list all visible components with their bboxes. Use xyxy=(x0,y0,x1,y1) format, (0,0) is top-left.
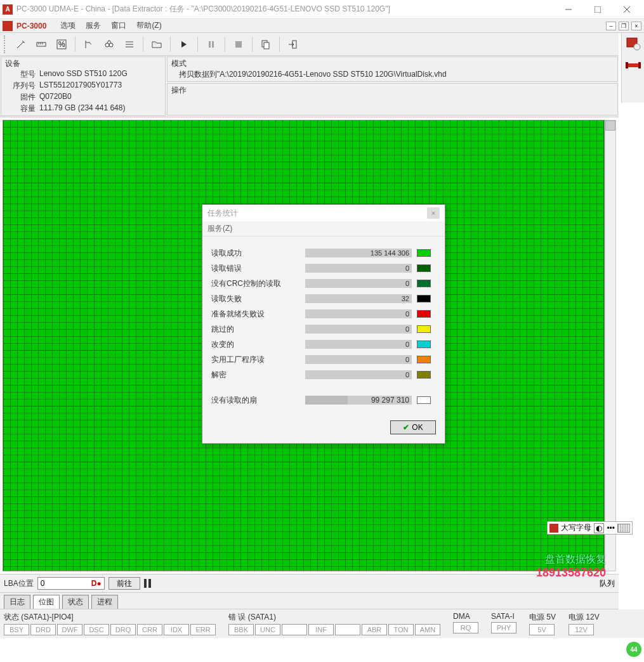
mdi-app-icon xyxy=(3,21,13,31)
svg-rect-15 xyxy=(626,62,628,68)
window-title: PC-3000 UDMA-E - China - [Data Extractor… xyxy=(16,4,554,15)
menu-window[interactable]: 窗口 xyxy=(106,19,131,32)
tabs-row: 日志 位图 状态 进程 xyxy=(0,593,619,609)
status-group: 错 误 (SATA1)BBKUNCINFABRTONAMN xyxy=(228,612,440,635)
ime-text: 大写字母 xyxy=(561,522,591,533)
tool-ruler-icon[interactable] xyxy=(32,36,51,53)
status-cell: ERR xyxy=(190,624,216,635)
menu-bar: PC-3000 选项 服务 窗口 帮助(Z) – ❐ × xyxy=(0,19,644,33)
tool-list-icon[interactable] xyxy=(120,36,139,53)
status-group-title: 电源 12V xyxy=(568,612,600,623)
svg-rect-7 xyxy=(212,41,214,48)
status-cell xyxy=(282,624,307,635)
svg-rect-16 xyxy=(638,62,641,68)
tab-status[interactable]: 状态 xyxy=(62,595,89,609)
stat-swatch xyxy=(417,396,431,404)
status-cell: DWF xyxy=(57,624,82,635)
dialog-title: 任务统计 xyxy=(207,208,238,219)
status-cell: DRD xyxy=(30,624,56,635)
mode-box: 模式 拷贝数据到"A:\2019\20190216-4G51-Lenovo SS… xyxy=(167,56,618,82)
tool-pause-icon[interactable] xyxy=(202,36,221,53)
dialog-menu[interactable]: 服务(Z) xyxy=(202,221,445,237)
window-minimize-button[interactable] xyxy=(554,0,583,19)
tab-log[interactable]: 日志 xyxy=(4,595,30,609)
device-row-label: 容量 xyxy=(11,103,39,114)
dash-icon: ••• xyxy=(607,524,615,533)
status-group-title: 电源 5V xyxy=(529,612,556,623)
menu-services[interactable]: 服务 xyxy=(81,19,106,32)
status-cell: CRR xyxy=(137,624,162,635)
lba-value: 0 xyxy=(41,579,45,588)
scrollbar-thumb[interactable] xyxy=(605,120,615,131)
notification-badge[interactable]: 44 xyxy=(626,642,641,657)
status-group: SATA-IPHY xyxy=(491,612,516,635)
sidebar-connector-icon[interactable] xyxy=(626,58,641,72)
svg-rect-14 xyxy=(627,63,640,67)
keyboard-icon[interactable] xyxy=(617,524,630,533)
stat-bar: 0 xyxy=(305,325,412,334)
stat-label: 没有读取的扇 xyxy=(211,395,300,406)
tool-copy-icon[interactable] xyxy=(256,36,275,53)
status-group: DMARQ xyxy=(453,612,478,635)
stat-row: 解密 0 xyxy=(211,367,436,382)
tool-binoculars-icon[interactable] xyxy=(100,36,119,53)
moon-icon[interactable]: ◐ xyxy=(594,523,604,533)
tool-settings-icon[interactable] xyxy=(11,36,30,53)
svg-text:%: % xyxy=(58,40,65,49)
stat-bar: 32 xyxy=(305,294,412,303)
tool-percent-icon[interactable]: % xyxy=(52,36,71,53)
mdi-close-button[interactable]: × xyxy=(631,22,641,30)
ok-label: OK xyxy=(412,423,423,432)
tab-process[interactable]: 进程 xyxy=(91,595,118,609)
device-row-label: 固件 xyxy=(11,92,39,103)
task-stats-dialog: 任务统计 × 服务(Z) 读取成功 135 144 306 读取错误 0 没有C… xyxy=(202,204,445,444)
mode-line: 拷贝数据到"A:\2019\20190216-4G51-Lenovo SSD S… xyxy=(171,69,614,80)
status-cell: BSY xyxy=(4,624,29,635)
window-titlebar: A PC-3000 UDMA-E - China - [Data Extract… xyxy=(0,0,644,19)
tab-bitmap[interactable]: 位图 xyxy=(33,595,60,609)
dialog-close-button[interactable]: × xyxy=(427,207,440,219)
stat-swatch xyxy=(417,356,431,363)
tool-folder-icon[interactable] xyxy=(147,36,166,53)
info-row: 设备 型号Lenovo SSD ST510 120G序列号LST55120179… xyxy=(0,56,619,117)
svg-rect-10 xyxy=(264,42,269,49)
stat-label: 读取失败 xyxy=(211,294,300,304)
ok-button[interactable]: ✔ OK xyxy=(390,420,436,434)
dialog-titlebar[interactable]: 任务统计 × xyxy=(202,205,445,221)
toolbar-grip xyxy=(4,36,8,53)
tool-exit-icon[interactable] xyxy=(284,36,303,53)
tool-stop-icon[interactable] xyxy=(229,36,248,53)
lba-row: LBA位置 0 D● 前往 队列 xyxy=(0,574,619,593)
lba-input[interactable]: 0 D● xyxy=(37,577,105,590)
device-row-label: 序列号 xyxy=(11,81,39,91)
pause-indicator-icon xyxy=(144,579,154,588)
check-icon: ✔ xyxy=(403,423,409,432)
stat-row: 改变的 0 xyxy=(211,337,436,352)
mdi-restore-button[interactable]: ❐ xyxy=(619,22,629,30)
status-group: 电源 12V12V xyxy=(568,612,600,635)
status-cell: BBK xyxy=(228,624,254,635)
mdi-minimize-button[interactable]: – xyxy=(606,22,616,30)
stat-row: 准备就绪失败设 0 xyxy=(211,306,436,321)
status-cell: PHY xyxy=(491,622,516,633)
stat-bar: 0 xyxy=(305,370,412,379)
status-group: 电源 5V5V xyxy=(529,612,556,635)
stat-swatch xyxy=(417,325,431,333)
window-close-button[interactable] xyxy=(612,0,641,19)
stat-row: 读取成功 135 144 306 xyxy=(211,245,436,261)
stat-row: 没有CRC控制的读取 0 xyxy=(211,276,436,291)
menu-options[interactable]: 选项 xyxy=(55,19,81,32)
stat-label: 跳过的 xyxy=(211,324,300,335)
ime-indicator[interactable]: 大写字母 ◐ ••• xyxy=(547,521,633,535)
window-maximize-button[interactable] xyxy=(583,0,612,19)
stat-swatch xyxy=(417,264,431,272)
toolbar: % xyxy=(0,33,619,56)
menu-help[interactable]: 帮助(Z) xyxy=(131,19,166,32)
status-cell: 5V xyxy=(529,624,555,635)
tool-branch-icon[interactable] xyxy=(79,36,98,53)
stat-swatch xyxy=(417,341,431,348)
sidebar-disk-icon[interactable] xyxy=(626,37,641,51)
map-scrollbar[interactable] xyxy=(605,120,616,571)
tool-play-icon[interactable] xyxy=(174,36,194,53)
go-button[interactable]: 前往 xyxy=(108,577,140,590)
